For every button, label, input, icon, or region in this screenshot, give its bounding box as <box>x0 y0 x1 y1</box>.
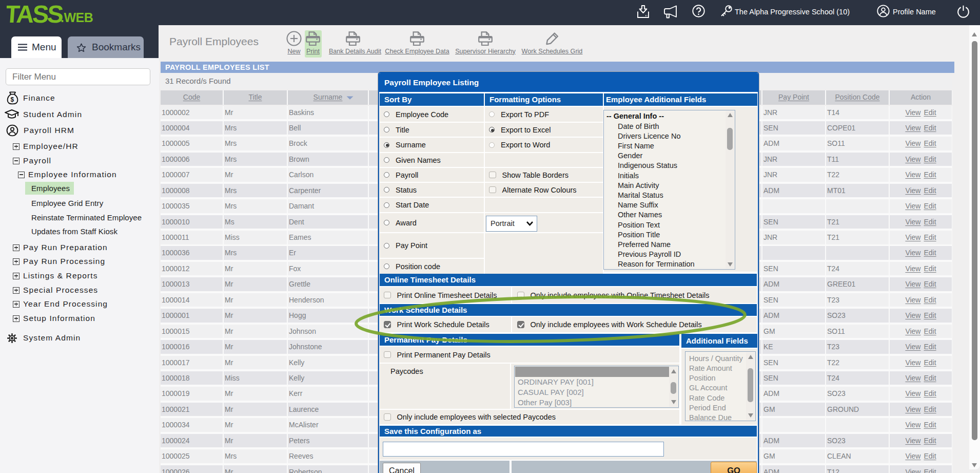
svg-text:.WEB: .WEB <box>61 10 93 25</box>
svg-text:TASS: TASS <box>7 2 64 25</box>
svg-text:$: $ <box>11 96 15 103</box>
